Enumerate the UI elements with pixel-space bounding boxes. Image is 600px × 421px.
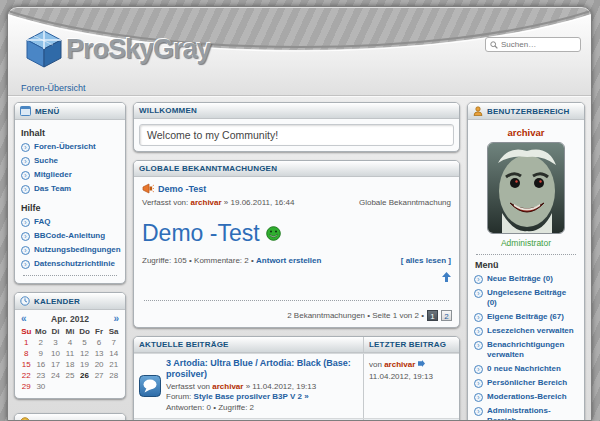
search-input[interactable] xyxy=(501,40,576,49)
page-button-1[interactable]: 1 xyxy=(427,310,438,321)
user-menu-link[interactable]: Administrations-Bereich xyxy=(487,406,578,421)
user-menu-item: Eigene Beiträge (67) xyxy=(474,312,578,322)
sidebar-help-link[interactable]: Nutzungsbedingungen xyxy=(34,245,121,255)
sidebar-content-link[interactable]: Foren-Übersicht xyxy=(34,142,96,152)
calendar-day[interactable]: 2 xyxy=(34,337,49,348)
menu-window-icon xyxy=(20,106,31,116)
goto-last-post-icon[interactable] xyxy=(418,360,425,367)
user-menu-heading: Menü xyxy=(474,260,578,270)
calendar-day[interactable]: 11 xyxy=(63,348,78,359)
calendar-day[interactable]: 14 xyxy=(106,348,121,359)
calendar-day-header: Mo xyxy=(34,326,49,337)
calendar-day[interactable]: 1 xyxy=(19,337,34,348)
calendar-day-header: Sa xyxy=(106,326,121,337)
user-menu-link[interactable]: Benachrichtigungen verwalten xyxy=(487,340,578,360)
user-menu-link[interactable]: Neue Beiträge (0) xyxy=(487,274,553,284)
calendar-day[interactable]: 18 xyxy=(63,359,78,370)
recent-posts-header: Aktuelle Beiträge Letzter Beitrag xyxy=(134,337,459,353)
search-icon xyxy=(490,41,498,49)
user-menu-link[interactable]: Persönlicher Bereich xyxy=(487,378,567,388)
calendar-day[interactable]: 20 xyxy=(92,359,107,370)
sidebar-help-link[interactable]: FAQ xyxy=(34,217,50,227)
calendar-day-header: Do xyxy=(77,326,92,337)
calendar-day-header: Fr xyxy=(92,326,107,337)
calendar-day[interactable]: 9 xyxy=(34,348,49,359)
breadcrumb: Foren-Übersicht xyxy=(21,77,86,95)
calendar-day[interactable]: 7 xyxy=(106,337,121,348)
divider xyxy=(144,300,449,301)
calendar-day[interactable]: 3 xyxy=(48,337,63,348)
user-menu-link[interactable]: Eigene Beiträge (67) xyxy=(487,312,564,322)
user-menu-link[interactable]: Moderations-Bereich xyxy=(487,392,567,402)
calendar-day[interactable]: 27 xyxy=(92,370,107,381)
calendar-day[interactable]: 16 xyxy=(34,359,49,370)
arrow-circle-icon xyxy=(474,393,483,402)
calendar-day[interactable]: 30 xyxy=(34,381,49,392)
calendar-day[interactable]: 22 xyxy=(19,370,34,381)
username[interactable]: archivar xyxy=(474,127,578,138)
last-post-column-title: Letzter Beitrag xyxy=(363,337,459,352)
calendar-day[interactable]: 21 xyxy=(106,359,121,370)
user-menu-link[interactable]: 0 neue Nachrichten xyxy=(487,364,561,374)
welcome-title: Willkommen xyxy=(139,106,197,115)
calendar-day[interactable]: 8 xyxy=(19,348,34,359)
welcome-header: Willkommen xyxy=(134,103,459,119)
announcement-preview-title: Demo -Test xyxy=(142,220,260,247)
sidebar-help-link[interactable]: Datenschutzrichtlinie xyxy=(34,259,115,269)
calendar-day[interactable]: 28 xyxy=(106,370,121,381)
calendar-day[interactable]: 5 xyxy=(77,337,92,348)
topic-title-link[interactable]: 3 Artodia: Ultra Blue / Artodia: Black (… xyxy=(166,358,358,381)
calendar-day[interactable]: 17 xyxy=(48,359,63,370)
forum-link[interactable]: Style Base prosilver B3P V 2 » xyxy=(194,392,309,401)
sidebar-content-link[interactable]: Das Team xyxy=(34,184,71,194)
arrow-circle-icon xyxy=(21,246,30,255)
reply-link[interactable]: Antwort erstellen xyxy=(256,256,321,265)
read-all-link[interactable]: [ alles lesen ] xyxy=(401,256,451,265)
main-column: Willkommen Welcome to my Community! Glob… xyxy=(133,102,460,420)
calendar-day[interactable]: 4 xyxy=(63,337,78,348)
last-post-author[interactable]: archivar xyxy=(384,360,415,369)
breadcrumb-forum-overview[interactable]: Foren-Übersicht xyxy=(21,83,86,93)
calendar-day[interactable]: 6 xyxy=(92,337,107,348)
user-menu-item: Ungelesene Beiträge (0) xyxy=(474,288,578,308)
calendar-day[interactable]: 15 xyxy=(19,359,34,370)
calendar-day[interactable]: 10 xyxy=(48,348,63,359)
user-menu-link[interactable]: Ungelesene Beiträge (0) xyxy=(487,288,578,308)
welcome-box: Willkommen Welcome to my Community! xyxy=(133,102,460,152)
user-menu-link[interactable]: Lesezeichen verwalten xyxy=(487,326,574,336)
calendar-day[interactable]: 24 xyxy=(48,370,63,381)
user-menu-item: 0 neue Nachrichten xyxy=(474,364,578,374)
arrow-circle-icon xyxy=(21,185,30,194)
calendar-day[interactable]: 13 xyxy=(92,348,107,359)
calendar-empty-cell xyxy=(106,381,121,392)
comments-count: Kommentare: 2 xyxy=(194,256,249,265)
calendar-day[interactable]: 19 xyxy=(77,359,92,370)
sidebar-content-item: Suche xyxy=(21,156,119,166)
announcements-footer-summary: 2 Bekanntmachungen • Seite 1 von 2 • xyxy=(287,311,424,320)
top-arrow-icon[interactable] xyxy=(442,272,451,282)
calendar-day[interactable]: 23 xyxy=(34,370,49,381)
recent-posts-box: Aktuelle Beiträge Letzter Beitrag xyxy=(133,336,460,421)
calendar-day[interactable]: 25 xyxy=(63,370,78,381)
bullet: • xyxy=(189,256,192,265)
calendar-day[interactable]: 12 xyxy=(77,348,92,359)
sidebar-content-link[interactable]: Mitglieder xyxy=(34,170,72,180)
page-button-2[interactable]: 2 xyxy=(441,310,452,321)
calendar-prev-button[interactable]: « xyxy=(21,314,27,324)
announcement-topic-link[interactable]: Demo -Test xyxy=(158,184,206,194)
arrow-circle-icon xyxy=(21,143,30,152)
topic-author[interactable]: archivar xyxy=(212,382,243,391)
search-box[interactable] xyxy=(485,37,581,52)
calendar-day[interactable]: 26 xyxy=(77,370,92,381)
avatar[interactable] xyxy=(487,142,565,234)
calendar-next-button[interactable]: » xyxy=(113,314,119,324)
sidebar-content-link[interactable]: Suche xyxy=(34,156,58,166)
site-logo[interactable]: ProSkyGray xyxy=(24,28,211,70)
calendar-day[interactable]: 29 xyxy=(19,381,34,392)
content-links-list: Foren-ÜbersichtSucheMitgliederDas Team xyxy=(21,142,119,194)
sidebar-help-link[interactable]: BBCode-Anleitung xyxy=(34,231,105,241)
announcement-author[interactable]: archivar xyxy=(190,198,221,207)
recent-posts-title: Aktuelle Beiträge xyxy=(134,337,234,352)
sidebar-help-item: FAQ xyxy=(21,217,119,227)
user-menu-item: Neue Beiträge (0) xyxy=(474,274,578,284)
